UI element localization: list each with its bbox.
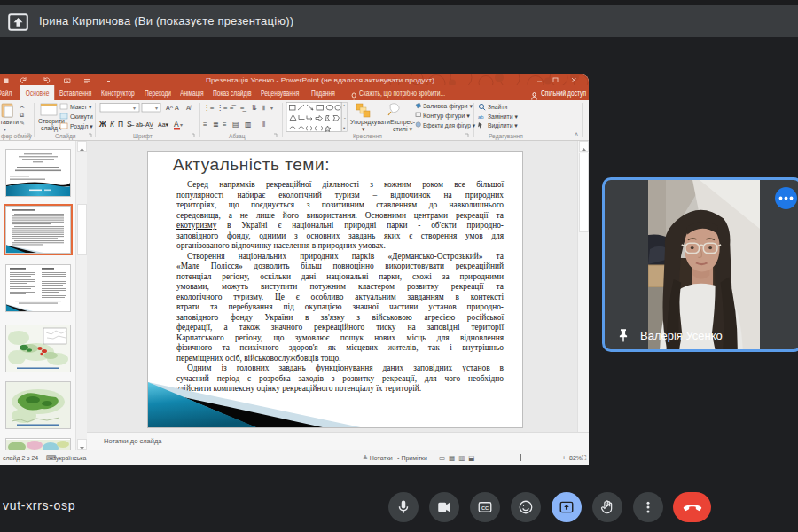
svg-text:≡: ≡: [203, 121, 207, 129]
svg-text:Aa▾: Aa▾: [158, 121, 169, 128]
svg-text:⫼: ⫼: [262, 121, 265, 127]
svg-text:AV̲: AV̲: [145, 121, 153, 129]
svg-text:⌄: ⌄: [343, 115, 347, 120]
svg-text:˄: ˄: [575, 131, 578, 137]
svg-text:▥: ▥: [245, 121, 252, 129]
svg-text:П: П: [118, 120, 123, 129]
svg-text:≣: ≣: [213, 121, 219, 129]
svg-text:⋮≡: ⋮≡: [216, 104, 228, 112]
svg-text:Ефекти для фігур ▾: Ефекти для фігур ▾: [423, 122, 476, 129]
svg-text:Макет ▾: Макет ▾: [70, 104, 92, 110]
svg-text:Ж: Ж: [98, 120, 106, 129]
svg-text:A^: A^: [166, 105, 174, 111]
svg-text:⧉: ⧉: [20, 112, 24, 118]
svg-text:слайд ▾: слайд ▾: [41, 125, 63, 132]
svg-text:▾: ▾: [362, 126, 365, 132]
svg-text:Скинути: Скинути: [70, 113, 93, 121]
svg-text:▾: ▾: [155, 106, 158, 111]
svg-text:A̸: A̸: [186, 105, 192, 111]
svg-text:Шрифт: Шрифт: [133, 133, 153, 140]
svg-text:Розділ ▾: Розділ ▾: [70, 123, 93, 130]
svg-text:Знайти: Знайти: [488, 104, 508, 110]
svg-text:▾: ▾: [4, 127, 6, 132]
svg-text:≡: ≡: [223, 121, 227, 129]
svg-text:✎: ✎: [20, 120, 25, 126]
svg-text:ab: ab: [478, 114, 484, 120]
svg-text:CC: CC: [481, 505, 489, 511]
svg-text:стилі ▾: стилі ▾: [393, 126, 413, 132]
svg-text:≡̲: ≡̲: [240, 104, 247, 112]
svg-text:▾: ▾: [270, 106, 273, 111]
svg-text:▤: ▤: [232, 121, 239, 129]
svg-text:▾: ▾: [133, 106, 136, 111]
svg-text:К: К: [110, 120, 115, 129]
svg-text:Експрес-: Експрес-: [390, 119, 415, 126]
svg-text:Замінити ▾: Замінити ▾: [488, 113, 518, 120]
svg-text:Aˇ: Aˇ: [175, 105, 182, 111]
svg-text:⫴: ⫴: [262, 105, 265, 111]
svg-text:⇅: ⇅: [251, 104, 257, 112]
svg-text:▾: ▾: [180, 122, 183, 128]
svg-text:⋮≡: ⋮≡: [203, 104, 215, 112]
svg-text:Абзац: Абзац: [229, 133, 246, 140]
svg-text:Редагування: Редагування: [489, 133, 523, 140]
svg-text:Креслення: Креслення: [353, 133, 382, 140]
svg-text:Слайди: Слайди: [55, 133, 76, 140]
svg-text:Заливка фігури ▾: Заливка фігури ▾: [423, 103, 473, 110]
svg-text:Виділити ▾: Виділити ▾: [488, 122, 518, 129]
svg-text:Презентація Усенко - PowerPoin: Презентація Усенко - PowerPoint (не вдал…: [206, 77, 434, 84]
svg-text:Упорядкувати: Упорядкувати: [350, 119, 390, 126]
svg-text:✂: ✂: [20, 104, 25, 110]
svg-text:A: A: [174, 120, 179, 129]
svg-text:Контур фігури ▾: Контур фігури ▾: [423, 113, 471, 120]
svg-text:≡̅: ≡̅: [230, 104, 237, 112]
svg-text:ab̶: ab̶: [136, 121, 145, 128]
svg-text:тавити: тавити: [0, 119, 19, 125]
svg-text:S̶: S̶: [127, 120, 135, 129]
